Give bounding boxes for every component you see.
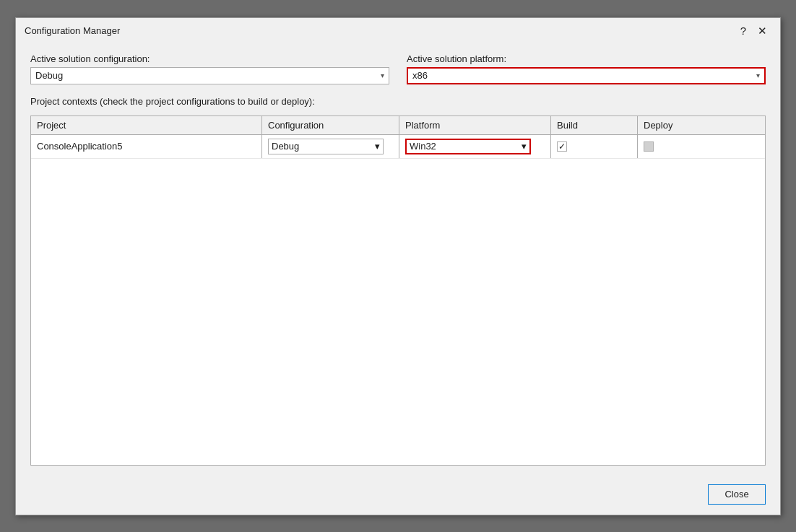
project-contexts-label: Project contexts (check the project conf… [30,96,766,107]
configuration-dropdown[interactable]: Debug ▾ [30,67,389,84]
close-title-button[interactable]: ✕ [753,24,771,38]
header-configuration: Configuration [262,116,399,134]
row-platform-arrow: ▾ [522,141,527,152]
table-header: Project Configuration Platform Build Dep… [31,116,765,135]
row-platform-value: Win32 [410,141,436,152]
cell-project: ConsoleApplication5 [31,135,262,158]
platform-dropdown[interactable]: x86 ▾ [407,67,766,84]
platform-label: Active solution platform: [407,53,766,64]
platform-dropdown-arrow: ▾ [756,71,760,79]
platform-group: Active solution platform: x86 ▾ [407,53,766,84]
table-body: ConsoleApplication5 Debug ▾ Win32 ▾ [31,135,765,159]
configuration-group: Active solution configuration: Debug ▾ [30,53,389,84]
dialog-content: Active solution configuration: Debug ▾ A… [16,42,780,477]
header-platform: Platform [399,116,551,134]
configuration-value: Debug [35,70,63,81]
cell-configuration: Debug ▾ [262,135,399,158]
row-platform-dropdown[interactable]: Win32 ▾ [405,139,531,154]
row-configuration-arrow: ▾ [375,141,380,152]
row-configuration-value: Debug [272,141,299,152]
help-button[interactable]: ? [736,24,750,38]
platform-value: x86 [412,70,428,81]
build-checkbox[interactable]: ✓ [557,141,567,152]
deploy-checkbox[interactable] [644,141,654,152]
project-contexts-table: Project Configuration Platform Build Dep… [30,115,766,466]
title-bar: Configuration Manager ? ✕ [16,18,780,42]
cell-build: ✓ [551,135,638,158]
cell-platform: Win32 ▾ [399,135,551,158]
configuration-label: Active solution configuration: [30,53,389,64]
close-button[interactable]: Close [708,484,766,505]
table-row: ConsoleApplication5 Debug ▾ Win32 ▾ [31,135,765,159]
row-configuration-dropdown[interactable]: Debug ▾ [268,139,384,154]
project-name: ConsoleApplication5 [37,141,123,152]
title-bar-controls: ? ✕ [736,24,771,38]
header-deploy: Deploy [638,116,724,134]
cell-deploy [638,135,724,158]
top-controls: Active solution configuration: Debug ▾ A… [30,53,766,84]
header-project: Project [31,116,262,134]
configuration-dropdown-arrow: ▾ [381,71,384,79]
configuration-manager-dialog: Configuration Manager ? ✕ Active solutio… [15,17,781,515]
dialog-footer: Close [16,477,780,515]
header-build: Build [551,116,638,134]
dialog-title: Configuration Manager [25,25,120,36]
